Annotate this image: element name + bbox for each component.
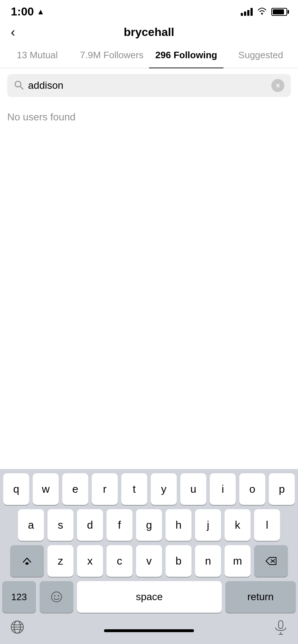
- keyboard-bottom-bar: [2, 617, 296, 642]
- key-i[interactable]: i: [210, 473, 236, 505]
- status-time: 1:00 ▲: [11, 5, 45, 18]
- tab-followers[interactable]: 7.9M Followers: [74, 42, 149, 68]
- search-bar: ×: [7, 74, 291, 97]
- shift-key[interactable]: [10, 545, 44, 577]
- search-input[interactable]: [28, 80, 267, 91]
- tab-mutual[interactable]: 13 Mutual: [0, 42, 74, 68]
- key-w[interactable]: w: [33, 473, 59, 505]
- key-l[interactable]: l: [254, 509, 280, 541]
- svg-point-8: [58, 595, 59, 597]
- key-o[interactable]: o: [239, 473, 265, 505]
- home-indicator: [104, 629, 194, 632]
- key-t[interactable]: t: [121, 473, 147, 505]
- key-g[interactable]: g: [136, 509, 162, 541]
- key-p[interactable]: p: [269, 473, 295, 505]
- mic-icon[interactable]: [273, 619, 289, 638]
- key-h[interactable]: h: [166, 509, 191, 541]
- keyboard-row-1: q w e r t y u i o p: [2, 473, 296, 505]
- svg-point-0: [261, 13, 263, 14]
- emoji-key[interactable]: [40, 581, 73, 613]
- key-s[interactable]: s: [48, 509, 73, 541]
- key-m[interactable]: m: [225, 545, 250, 577]
- key-r[interactable]: r: [92, 473, 118, 505]
- num-key[interactable]: 123: [2, 581, 36, 613]
- key-k[interactable]: k: [225, 509, 250, 541]
- key-b[interactable]: b: [166, 545, 191, 577]
- battery-icon: [271, 8, 287, 16]
- main-content: [0, 132, 298, 304]
- svg-line-2: [21, 87, 23, 89]
- key-u[interactable]: u: [180, 473, 206, 505]
- no-results-message: No users found: [0, 103, 298, 132]
- svg-rect-12: [279, 621, 283, 629]
- svg-rect-3: [26, 562, 28, 565]
- key-z[interactable]: z: [48, 545, 73, 577]
- keyboard-row-2: a s d f g h j k l: [2, 509, 296, 541]
- wifi-icon: [257, 7, 267, 17]
- delete-key[interactable]: [254, 545, 288, 577]
- key-n[interactable]: n: [195, 545, 221, 577]
- tab-following[interactable]: 296 Following: [149, 42, 224, 68]
- back-button[interactable]: ‹: [11, 26, 15, 39]
- search-icon: [14, 80, 24, 91]
- keyboard-row-4: 123 space return: [2, 581, 296, 613]
- svg-point-1: [15, 81, 21, 87]
- tab-suggested[interactable]: Suggested: [224, 42, 298, 68]
- key-v[interactable]: v: [136, 545, 162, 577]
- location-icon: ▲: [37, 7, 45, 17]
- key-y[interactable]: y: [151, 473, 177, 505]
- svg-point-6: [51, 592, 62, 602]
- tabs-container: 13 Mutual 7.9M Followers 296 Following S…: [0, 42, 298, 68]
- return-key[interactable]: return: [225, 581, 296, 613]
- nav-header: ‹ brycehall: [0, 22, 298, 42]
- keyboard: q w e r t y u i o p a s d f g h j k l z …: [0, 469, 298, 644]
- globe-icon[interactable]: [9, 619, 25, 638]
- key-a[interactable]: a: [18, 509, 44, 541]
- time-display: 1:00: [11, 5, 34, 18]
- search-clear-button[interactable]: ×: [271, 79, 284, 92]
- key-e[interactable]: e: [62, 473, 88, 505]
- key-f[interactable]: f: [107, 509, 132, 541]
- key-x[interactable]: x: [77, 545, 103, 577]
- status-bar: 1:00 ▲: [0, 0, 298, 22]
- signal-icon: [241, 8, 253, 16]
- status-icons: [241, 7, 287, 17]
- page-title: brycehall: [124, 26, 175, 39]
- key-q[interactable]: q: [3, 473, 29, 505]
- keyboard-row-3: z x c v b n m: [2, 545, 296, 577]
- search-container: ×: [0, 68, 298, 103]
- key-d[interactable]: d: [77, 509, 103, 541]
- key-c[interactable]: c: [107, 545, 132, 577]
- space-key[interactable]: space: [77, 581, 222, 613]
- key-j[interactable]: j: [195, 509, 221, 541]
- svg-point-7: [54, 595, 55, 597]
